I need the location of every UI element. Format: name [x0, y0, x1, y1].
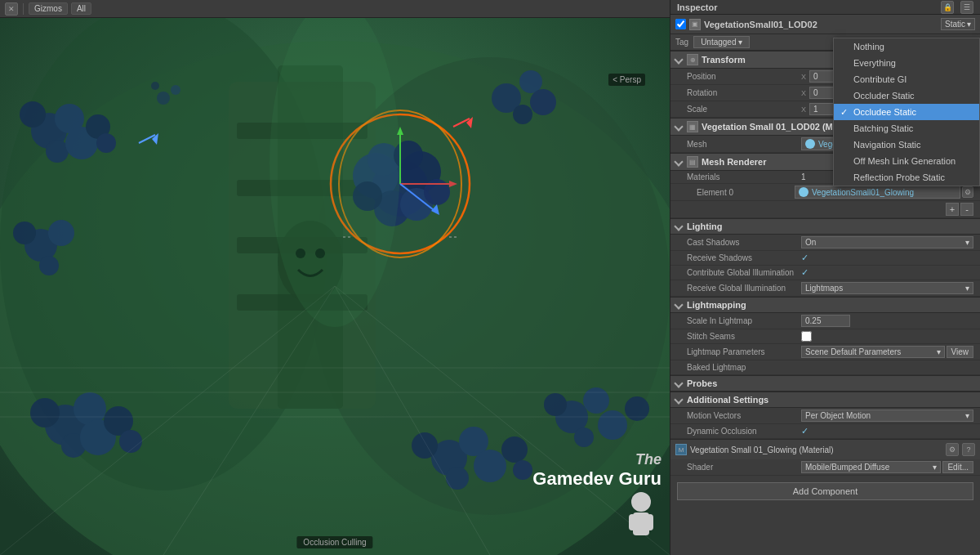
- svg-point-82: [631, 492, 651, 512]
- scene-toolbar: ✕ Gizmos All: [0, 0, 670, 18]
- dropdown-item-off-mesh-link-generation[interactable]: Off Mesh Link Generation: [834, 153, 979, 169]
- shader-row: Shader Mobile/Bumped Diffuse▾ Edit...: [670, 459, 980, 476]
- additional-settings-header[interactable]: Additional Settings: [670, 392, 980, 408]
- svg-point-35: [474, 450, 506, 482]
- element-row: Element 0 VegetationSmall01_Glowing ⚙: [670, 184, 980, 201]
- dropdown-item-occluder-static[interactable]: Occluder Static: [834, 87, 979, 104]
- tag-dropdown[interactable]: Untagged ▾: [693, 36, 750, 48]
- scene-view[interactable]: ✕ Gizmos All < Persp Occlusion Culling T…: [0, 0, 670, 555]
- cast-shadows-dropdown[interactable]: On▾: [801, 236, 973, 248]
- svg-point-42: [598, 410, 627, 440]
- mesh-renderer-title: Mesh Renderer: [702, 157, 766, 167]
- svg-point-54: [424, 179, 450, 205]
- receive-shadows-check[interactable]: ✓: [801, 253, 808, 263]
- scale-label: Scale: [687, 105, 801, 114]
- probes-title: Probes: [687, 378, 717, 388]
- materials-count: 1: [801, 172, 806, 181]
- cast-shadows-row: Cast Shadows On▾: [670, 235, 980, 251]
- remove-material-btn[interactable]: -: [960, 203, 973, 216]
- dynamic-occlusion-value: ✓: [801, 426, 973, 436]
- contribute-gi-row: Contribute Global Illumination ✓: [670, 266, 980, 280]
- dropdown-item-batching-static[interactable]: Batching Static: [834, 120, 979, 137]
- svg-point-36: [501, 436, 528, 463]
- mesh-label: Mesh: [687, 140, 801, 149]
- add-material-btn[interactable]: +: [946, 203, 959, 216]
- svg-point-30: [119, 430, 142, 453]
- baked-lightmap-row: Baked Lightmap: [670, 360, 980, 375]
- svg-point-41: [574, 427, 594, 447]
- contribute-gi-check[interactable]: ✓: [801, 267, 808, 278]
- cast-shadows-value: On▾: [801, 236, 973, 248]
- receive-shadows-label: Receive Shadows: [687, 253, 801, 262]
- active-toggle[interactable]: [675, 19, 686, 29]
- motion-vectors-row: Motion Vectors Per Object Motion▾: [670, 408, 980, 424]
- element-label: Element 0: [697, 188, 795, 197]
- dropdown-item-reflection-probe-static[interactable]: Reflection Probe Static: [834, 169, 979, 186]
- dropdown-item-everything[interactable]: Everything: [834, 55, 979, 71]
- scale-lightmap-input[interactable]: [801, 315, 850, 327]
- mesh-filter-icon: ▦: [687, 121, 698, 132]
- shader-dropdown[interactable]: Mobile/Bumped Diffuse▾: [801, 461, 941, 473]
- stitch-seams-check[interactable]: [801, 331, 812, 342]
- all-button[interactable]: All: [71, 2, 91, 15]
- dropdown-item-nothing[interactable]: Nothing: [834, 38, 979, 55]
- svg-point-34: [446, 467, 469, 490]
- dynamic-occlusion-label: Dynamic Occlusion: [687, 427, 801, 436]
- materials-label: Materials: [687, 172, 801, 181]
- motion-vectors-value: Per Object Motion▾: [801, 410, 973, 422]
- probes-arrow: [674, 378, 683, 387]
- lightmapping-section-header[interactable]: Lightmapping: [670, 297, 980, 313]
- transform-title: Transform: [702, 55, 746, 65]
- shader-value: Mobile/Bumped Diffuse▾ Edit...: [801, 461, 973, 473]
- dynamic-occlusion-check[interactable]: ✓: [801, 426, 808, 436]
- inspector-header: Inspector 🔒 ☰: [670, 0, 980, 15]
- receive-gi-dropdown[interactable]: Lightmaps▾: [801, 282, 973, 294]
- motion-vectors-dropdown[interactable]: Per Object Motion▾: [801, 410, 973, 422]
- element-material[interactable]: VegetationSmall01_Glowing: [795, 186, 960, 199]
- lightmap-params-dropdown[interactable]: Scene Default Parameters▾: [801, 346, 945, 358]
- svg-point-37: [513, 460, 532, 480]
- svg-point-23: [39, 256, 59, 275]
- static-dropdown-menu[interactable]: NothingEverythingContribute GIOccluder S…: [833, 38, 980, 186]
- lighting-title: Lighting: [687, 222, 722, 231]
- position-label: Position: [687, 72, 801, 81]
- edit-btn[interactable]: Edit...: [942, 461, 973, 473]
- svg-point-22: [13, 222, 36, 244]
- menu-icon[interactable]: ☰: [960, 1, 973, 14]
- gameobject-header: ▣ VegetationSmall01_LOD02 Static ▾: [670, 15, 980, 34]
- add-component-btn[interactable]: Add Component: [677, 482, 973, 500]
- gizmos-button[interactable]: Gizmos: [29, 2, 68, 15]
- inspector-panel: Inspector 🔒 ☰ ▣ VegetationSmall01_LOD02 …: [670, 0, 980, 555]
- dropdown-item-navigation-static[interactable]: Navigation Static: [834, 137, 979, 153]
- stitch-seams-label: Stitch Seams: [687, 332, 801, 341]
- view-btn[interactable]: View: [947, 346, 974, 358]
- dropdown-item-contribute-gi[interactable]: Contribute GI: [834, 71, 979, 87]
- material-settings-icon[interactable]: ⚙: [962, 186, 973, 198]
- lighting-section-header[interactable]: Lighting: [670, 218, 980, 235]
- lightmapping-title: Lightmapping: [687, 300, 746, 310]
- probes-section-header[interactable]: Probes: [670, 375, 980, 392]
- svg-point-46: [513, 105, 532, 124]
- dropdown-item-occludee-static[interactable]: ✓Occludee Static: [834, 104, 979, 120]
- receive-shadows-row: Receive Shadows ✓: [670, 251, 980, 266]
- svg-point-77: [270, 0, 400, 327]
- material-icon: M: [675, 444, 687, 455]
- static-dropdown-trigger[interactable]: Static ▾: [941, 18, 975, 30]
- stitch-seams-row: Stitch Seams: [670, 329, 980, 344]
- svg-point-69: [151, 82, 159, 90]
- move-tool-icon[interactable]: ✕: [5, 2, 18, 16]
- material-help-btn[interactable]: ?: [962, 443, 975, 456]
- receive-shadows-value: ✓: [801, 253, 973, 263]
- lightmapping-arrow: [674, 300, 683, 309]
- lock-icon[interactable]: 🔒: [941, 1, 954, 14]
- additional-settings-arrow: [674, 395, 683, 404]
- receive-gi-value: Lightmaps▾: [801, 282, 973, 294]
- svg-point-26: [30, 398, 60, 427]
- svg-point-39: [583, 387, 609, 414]
- material-settings-btn[interactable]: ⚙: [946, 443, 959, 456]
- lighting-arrow: [674, 222, 683, 231]
- lightmap-params-label: Lightmap Parameters: [687, 347, 801, 356]
- inspector-body[interactable]: ▣ VegetationSmall01_LOD02 Static ▾ Tag U…: [670, 15, 980, 555]
- svg-point-43: [625, 396, 649, 421]
- transform-arrow: [674, 55, 683, 64]
